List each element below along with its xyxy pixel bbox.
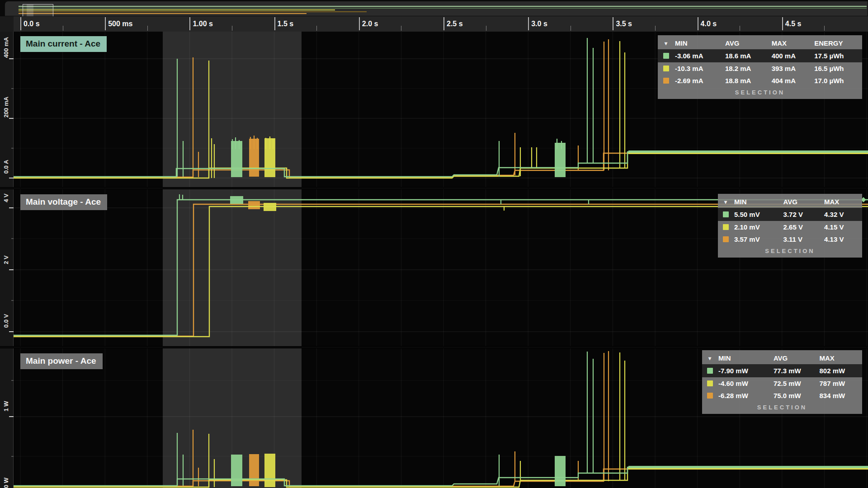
- time-tick-label: 1.00 s: [193, 20, 212, 28]
- panel-title-current[interactable]: Main current - Ace: [20, 36, 107, 52]
- time-tick-minor: [401, 26, 401, 31]
- time-tick-major: [359, 17, 360, 30]
- swatch-icon: [663, 66, 669, 71]
- stat-value: 404 mA: [771, 77, 814, 84]
- stats-column-header: AVG: [773, 354, 819, 362]
- minimap-overview[interactable]: [5, 1, 868, 16]
- stat-value: 2.10 mV: [733, 223, 783, 231]
- stats-row-orange[interactable]: 3.57 mV3.11 V4.13 V: [718, 233, 862, 245]
- stat-value: 17.0 µWh: [813, 77, 862, 84]
- time-tick-major: [443, 17, 444, 30]
- dropdown-caret-icon[interactable]: ▾: [702, 355, 717, 361]
- swatch-icon: [663, 53, 669, 59]
- time-tick-label: 3.0 s: [531, 20, 547, 28]
- time-tick-label: 2.0 s: [362, 20, 378, 28]
- stat-value: 17.5 µWh: [813, 52, 862, 60]
- stats-table-power[interactable]: ▾MINAVGMAX-7.90 mW77.3 mW802 mW-4.60 mW7…: [702, 350, 862, 414]
- stats-row-green[interactable]: 5.50 mV3.72 V4.32 V: [718, 208, 862, 221]
- stats-column-header: AVG: [724, 39, 771, 47]
- panel-title-power[interactable]: Main power - Ace: [20, 353, 103, 369]
- time-tick-major: [698, 17, 698, 30]
- dropdown-caret-icon[interactable]: ▾: [718, 199, 733, 205]
- stats-table-voltage[interactable]: ▾MINAVGMAX5.50 mV3.72 V4.32 V2.10 mV2.65…: [718, 194, 862, 258]
- time-tick-minor: [655, 26, 656, 31]
- stats-column-header: MIN: [733, 198, 783, 206]
- series-swatch-green: [718, 211, 733, 217]
- stats-column-header: AVG: [783, 198, 823, 206]
- stat-value: 75.0 mW: [773, 392, 819, 399]
- stat-value: 4.13 V: [823, 235, 862, 243]
- stat-value: 18.6 mA: [724, 52, 771, 60]
- time-tick-minor: [740, 26, 740, 31]
- stats-column-header: ENERGY: [813, 39, 862, 47]
- panel-separator: [0, 187, 868, 189]
- stats-row-yellow[interactable]: 2.10 mV2.65 V4.15 V: [718, 221, 862, 233]
- stats-header: ▾MINAVGMAX: [718, 196, 862, 208]
- y-axis-label: 0.0 W: [2, 467, 11, 488]
- time-tick-label: 1.5 s: [278, 20, 294, 28]
- series-swatch-yellow: [718, 224, 733, 230]
- y-axis-label: 4 V: [2, 180, 11, 216]
- time-tick-minor: [316, 26, 317, 31]
- stats-column-header: MIN: [717, 354, 773, 362]
- swatch-icon: [663, 78, 669, 84]
- time-tick-minor: [486, 26, 486, 31]
- time-tick-major: [105, 17, 106, 30]
- stats-footer-selection: SELECTION: [658, 87, 862, 98]
- stat-value: 5.50 mV: [733, 211, 783, 218]
- stats-column-header: MAX: [818, 354, 862, 362]
- swatch-icon: [707, 393, 713, 399]
- stats-row-green[interactable]: -7.90 mW77.3 mW802 mW: [702, 364, 862, 377]
- panel-title-voltage[interactable]: Main voltage - Ace: [20, 194, 107, 210]
- stat-value: 393 mA: [771, 65, 814, 72]
- stat-value: 834 mW: [818, 392, 862, 399]
- stats-column-header: MAX: [771, 39, 814, 47]
- minimap-selection-handle[interactable]: [23, 4, 53, 17]
- stats-row-orange[interactable]: -2.69 mA18.8 mA404 mA17.0 µWh: [658, 75, 862, 87]
- swatch-icon: [707, 368, 713, 374]
- dropdown-caret-icon[interactable]: ▾: [658, 40, 674, 47]
- stat-value: 4.15 V: [823, 223, 862, 231]
- swatch-icon: [707, 380, 713, 386]
- series-swatch-yellow: [658, 66, 674, 71]
- stat-value: 72.5 mW: [773, 380, 819, 387]
- stats-footer-selection: SELECTION: [702, 402, 862, 413]
- stat-value: 77.3 mW: [773, 367, 819, 375]
- time-tick-major: [528, 17, 529, 30]
- stat-value: -4.60 mW: [717, 380, 773, 387]
- time-tick-major: [613, 17, 613, 30]
- y-axis-label: 400 mA: [2, 29, 11, 66]
- time-tick-label: 4.0 s: [701, 20, 717, 28]
- app-window: 0.0 s500 ms1.00 s1.5 s2.0 s2.5 s3.0 s3.5…: [0, 0, 868, 488]
- time-tick-minor: [147, 26, 148, 31]
- time-axis[interactable]: 0.0 s500 ms1.00 s1.5 s2.0 s2.5 s3.0 s3.5…: [0, 16, 868, 32]
- stats-row-yellow[interactable]: -10.3 mA18.2 mA393 mA16.5 µWh: [658, 62, 862, 75]
- y-axis-label: 2 V: [2, 242, 11, 278]
- stat-value: 18.2 mA: [724, 65, 771, 72]
- stat-value: -10.3 mA: [674, 65, 724, 72]
- time-tick-minor: [63, 26, 63, 31]
- stat-value: 3.57 mV: [733, 235, 783, 243]
- time-tick-minor: [571, 26, 571, 31]
- traces-canvas: [0, 32, 868, 488]
- chart-area[interactable]: 400 mA200 mA0.0 A4 V2 V0.0 V1 W0.0 WMain…: [0, 32, 868, 488]
- stats-column-header: MAX: [823, 198, 862, 206]
- stats-row-green[interactable]: -3.06 mA18.6 mA400 mA17.5 µWh: [658, 49, 862, 62]
- stats-row-orange[interactable]: -6.28 mW75.0 mW834 mW: [702, 389, 862, 402]
- time-tick-label: 3.5 s: [616, 20, 632, 28]
- stats-table-current[interactable]: ▾MINAVGMAXENERGY-3.06 mA18.6 mA400 mA17.…: [658, 35, 862, 99]
- series-swatch-green: [658, 53, 674, 59]
- stats-row-yellow[interactable]: -4.60 mW72.5 mW787 mW: [702, 377, 862, 389]
- time-tick-major: [274, 17, 275, 30]
- series-swatch-orange: [718, 236, 733, 242]
- stat-value: -6.28 mW: [717, 392, 773, 399]
- y-axis-label: 0.0 V: [2, 303, 11, 339]
- stats-header: ▾MINAVGMAXENERGY: [658, 37, 862, 49]
- time-tick-major: [189, 17, 190, 30]
- stat-value: 18.8 mA: [724, 77, 771, 84]
- y-axis-label: 0.0 A: [2, 149, 11, 185]
- panel-separator: [0, 346, 868, 348]
- series-swatch-orange: [702, 393, 717, 399]
- stat-value: 802 mW: [818, 367, 862, 375]
- series-swatch-yellow: [702, 380, 717, 386]
